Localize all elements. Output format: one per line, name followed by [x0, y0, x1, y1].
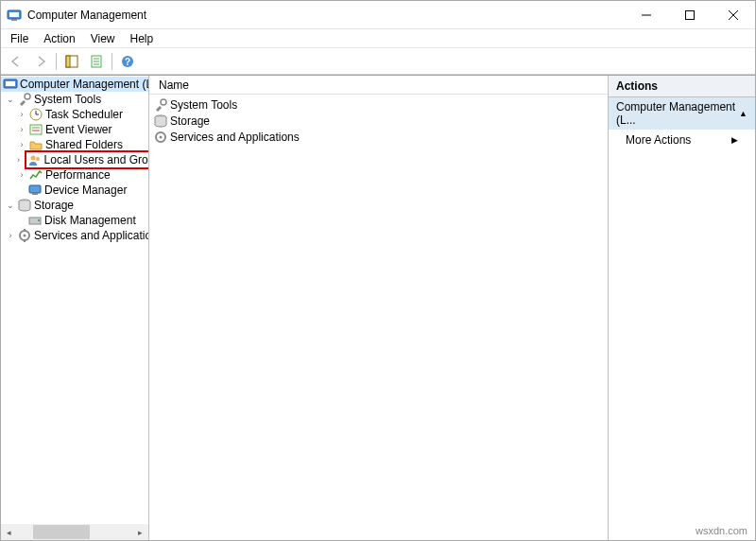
svg-text:?: ? — [125, 57, 130, 67]
tree-disk-management[interactable]: Disk Management — [1, 213, 149, 228]
forward-button[interactable] — [29, 51, 52, 72]
performance-icon — [28, 167, 43, 183]
titlebar: Computer Management — [1, 1, 755, 29]
collapse-up-icon[interactable]: ▲ — [739, 109, 747, 118]
actions-group-header[interactable]: Computer Management (L... ▲ — [609, 97, 755, 130]
expander-open-icon[interactable]: ⌄ — [5, 200, 16, 211]
properties-button[interactable] — [85, 51, 108, 72]
svg-rect-26 — [29, 185, 41, 193]
list-pane: Name System Tools Storage — [149, 76, 609, 540]
expander-closed-icon[interactable]: › — [16, 109, 27, 120]
svg-rect-27 — [32, 193, 38, 195]
actions-group-label: Computer Management (L... — [616, 100, 739, 127]
expander-closed-icon[interactable]: › — [14, 154, 24, 166]
toolbar-separator — [112, 53, 112, 70]
tree-device-manager[interactable]: Device Manager — [1, 183, 149, 198]
list-header: Name — [149, 76, 608, 95]
minimize-button[interactable] — [625, 1, 668, 28]
list-item-system-tools[interactable]: System Tools — [149, 96, 608, 113]
show-hide-console-tree-button[interactable] — [60, 51, 83, 72]
services-icon — [153, 130, 168, 145]
toolbar: ? — [1, 48, 755, 75]
tree-performance[interactable]: › Performance — [1, 167, 149, 183]
close-button[interactable] — [712, 1, 755, 28]
tree-label: Event Viewer — [45, 123, 112, 136]
tree-local-users-groups[interactable]: › Local Users and Groups — [1, 152, 149, 167]
expander-closed-icon[interactable]: › — [16, 124, 27, 135]
actions-pane: Actions Computer Management (L... ▲ More… — [609, 76, 755, 540]
back-button[interactable] — [5, 51, 27, 72]
tree-services-apps[interactable]: › Services and Applications — [1, 228, 149, 243]
window-root: Computer Management File Action View Hel… — [0, 0, 756, 541]
device-manager-icon — [27, 183, 43, 198]
tree-pane: Computer Management (Local) ⌄ System Too… — [1, 76, 149, 540]
scroll-thumb[interactable] — [33, 525, 90, 539]
storage-icon — [153, 113, 168, 129]
actions-title: Actions — [609, 76, 755, 97]
help-button[interactable]: ? — [116, 51, 139, 72]
clock-icon — [28, 107, 43, 122]
tree-label: Task Scheduler — [45, 108, 123, 121]
submenu-arrow-icon: ▶ — [731, 135, 738, 145]
tree-root[interactable]: Computer Management (Local) — [1, 77, 149, 92]
svg-point-25 — [36, 157, 40, 161]
actions-more-actions[interactable]: More Actions ▶ — [609, 130, 755, 150]
window-buttons — [625, 1, 755, 28]
menu-file[interactable]: File — [3, 30, 36, 47]
tree-event-viewer[interactable]: › Event Viewer — [1, 122, 149, 137]
menubar: File Action View Help — [1, 29, 755, 48]
menu-help[interactable]: Help — [123, 30, 162, 47]
tree-label: Performance — [45, 168, 111, 182]
svg-rect-1 — [9, 12, 19, 17]
users-icon — [27, 152, 43, 167]
tree-label: Local Users and Groups — [44, 153, 149, 166]
tree-label: Device Manager — [44, 183, 127, 197]
svg-point-35 — [161, 99, 166, 105]
content-area: Computer Management (Local) ⌄ System Too… — [1, 75, 755, 540]
scroll-left-arrow[interactable]: ◂ — [1, 524, 17, 540]
svg-rect-4 — [686, 10, 695, 19]
menu-view[interactable]: View — [83, 30, 123, 47]
tree-label: Storage — [34, 199, 74, 212]
list-label: Services and Applications — [170, 131, 300, 144]
column-name[interactable]: Name — [155, 77, 193, 94]
expander-open-icon[interactable]: ⌄ — [5, 94, 16, 105]
toolbar-separator — [56, 53, 57, 70]
tools-icon — [17, 92, 32, 107]
tree-label: Services and Applications — [34, 229, 149, 242]
highlight-annotation: Local Users and Groups — [25, 150, 149, 169]
tree-task-scheduler[interactable]: › Task Scheduler — [1, 107, 149, 122]
tree-storage[interactable]: ⌄ Storage — [1, 198, 149, 213]
list-label: Storage — [170, 114, 210, 128]
menu-action[interactable]: Action — [36, 30, 82, 47]
actions-item-label: More Actions — [626, 133, 691, 147]
disk-icon — [27, 213, 43, 228]
svg-point-24 — [30, 156, 35, 161]
window-title: Computer Management — [27, 9, 625, 22]
svg-point-17 — [25, 94, 30, 99]
tree-label: System Tools — [34, 93, 101, 106]
svg-point-32 — [24, 235, 26, 237]
expander-closed-icon[interactable]: › — [16, 139, 27, 150]
svg-point-30 — [38, 219, 40, 221]
list-label: System Tools — [170, 98, 237, 112]
tree-label: Shared Folders — [45, 138, 123, 151]
svg-rect-8 — [66, 56, 70, 67]
tree-label: Disk Management — [44, 214, 136, 227]
list-item-services-apps[interactable]: Services and Applications — [149, 129, 608, 145]
tree-label: Computer Management (Local) — [20, 78, 149, 91]
watermark: wsxdn.com — [696, 525, 747, 536]
svg-point-38 — [160, 135, 163, 138]
svg-rect-16 — [6, 81, 15, 86]
storage-icon — [17, 198, 32, 213]
services-icon — [17, 228, 32, 243]
expander-closed-icon[interactable]: › — [16, 169, 27, 181]
tree-system-tools[interactable]: ⌄ System Tools — [1, 92, 149, 107]
horizontal-scrollbar[interactable]: ◂ ▸ — [1, 524, 148, 540]
expander-closed-icon[interactable]: › — [5, 230, 16, 241]
maximize-button[interactable] — [668, 1, 712, 28]
event-viewer-icon — [28, 122, 43, 137]
svg-rect-2 — [11, 19, 17, 21]
scroll-right-arrow[interactable]: ▸ — [132, 524, 148, 540]
list-item-storage[interactable]: Storage — [149, 113, 608, 129]
